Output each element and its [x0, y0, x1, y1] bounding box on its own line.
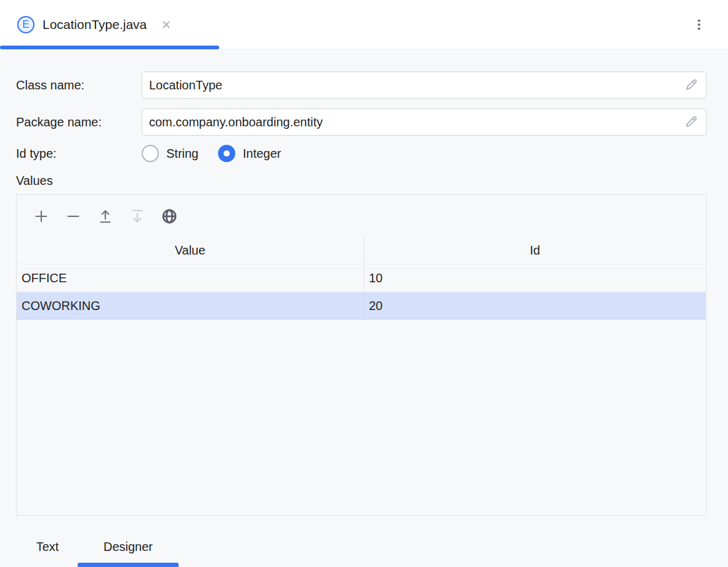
- editor-tab-title: LocationType.java: [42, 17, 147, 32]
- move-down-icon: [129, 208, 146, 225]
- radio-string-label: String: [166, 147, 198, 161]
- view-tab-bar: Text Designer: [0, 527, 728, 567]
- add-icon[interactable]: [33, 208, 50, 225]
- package-name-label: Package name:: [16, 115, 142, 129]
- class-name-label: Class name:: [16, 78, 142, 92]
- edit-pencil-icon[interactable]: [676, 78, 706, 92]
- values-table: Value Id OFFICE 10 COWORKING 20: [17, 237, 706, 515]
- package-name-input[interactable]: [142, 109, 676, 135]
- class-name-field-wrapper: [142, 71, 706, 99]
- active-tab-indicator: [0, 46, 219, 49]
- column-header-id[interactable]: Id: [364, 237, 706, 264]
- table-row-coworking[interactable]: COWORKING 20: [17, 292, 706, 320]
- editor-tab-bar: E LocationType.java: [0, 0, 728, 49]
- column-header-value[interactable]: Value: [17, 237, 364, 264]
- move-up-icon[interactable]: [97, 208, 114, 225]
- radio-unselected-icon[interactable]: [142, 145, 159, 162]
- values-table-header: Value Id: [17, 237, 706, 264]
- cell-id[interactable]: 10: [364, 264, 706, 292]
- class-name-input[interactable]: [142, 72, 676, 98]
- kebab-menu-icon[interactable]: [690, 15, 708, 34]
- cell-id[interactable]: 20: [364, 292, 706, 319]
- web-globe-icon[interactable]: [161, 208, 178, 225]
- radio-option-string[interactable]: String: [142, 145, 198, 162]
- values-toolbar: [17, 195, 706, 237]
- tab-text-label: Text: [36, 540, 59, 554]
- remove-icon[interactable]: [65, 208, 82, 225]
- radio-option-integer[interactable]: Integer: [218, 145, 281, 162]
- package-name-field-wrapper: [142, 108, 706, 136]
- radio-integer-label: Integer: [243, 147, 281, 161]
- id-type-label: Id type:: [16, 147, 142, 161]
- cell-value[interactable]: OFFICE: [17, 264, 364, 292]
- values-panel: Value Id OFFICE 10 COWORKING 20: [16, 194, 706, 516]
- enum-icon: E: [17, 16, 34, 33]
- tab-text[interactable]: Text: [17, 527, 78, 567]
- tab-designer[interactable]: Designer: [78, 527, 179, 567]
- edit-pencil-icon[interactable]: [676, 115, 706, 129]
- table-row-office[interactable]: OFFICE 10: [17, 264, 706, 292]
- close-icon[interactable]: [160, 18, 172, 31]
- radio-selected-icon[interactable]: [218, 145, 235, 162]
- cell-value[interactable]: COWORKING: [17, 292, 364, 319]
- editor-tab-locationtype[interactable]: E LocationType.java: [0, 0, 186, 49]
- tab-designer-label: Designer: [103, 540, 153, 554]
- id-type-radio-group: String Integer: [142, 145, 281, 162]
- values-label: Values: [16, 174, 142, 188]
- enum-designer-content: Class name: Package name: Id type:: [0, 49, 728, 527]
- active-tab-indicator: [78, 563, 179, 567]
- table-empty-area: [17, 320, 706, 515]
